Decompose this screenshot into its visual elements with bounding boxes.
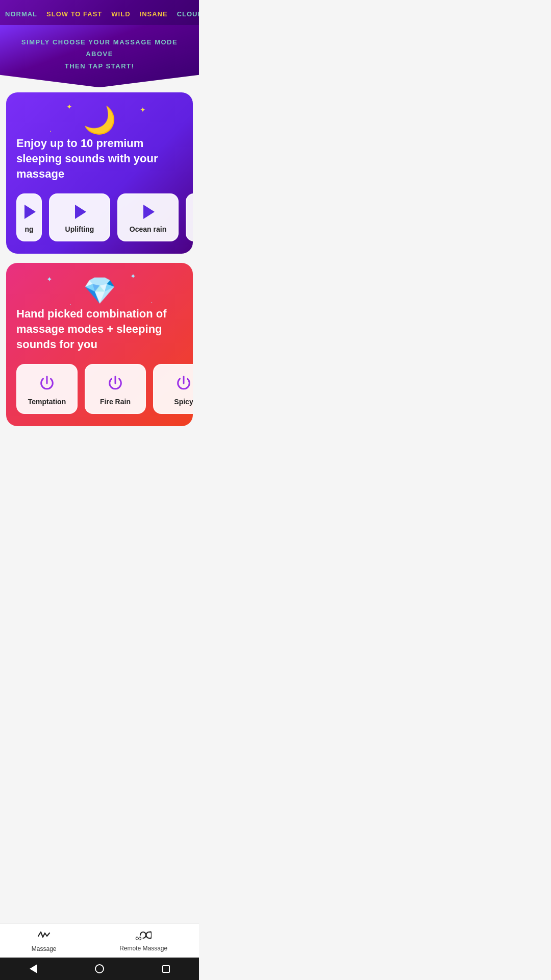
mode-item-temptation[interactable]: Temptation [16, 364, 78, 414]
moon-icon-wrap: 🌙 ✦ ✦ · [16, 105, 183, 136]
sounds-scroll-list: ng Uplifting Ocean rain Bird song [6, 189, 193, 241]
main-content: NORMAL SLOW TO FAST WILD INSANE CLOUD SI… [0, 0, 199, 486]
power-icon-spicy [174, 374, 193, 393]
diamond-sparkle-1: ✦ [130, 272, 136, 280]
sparkle-2: ✦ [140, 106, 146, 114]
modes-scroll-list: Temptation Fire Rain Spi [6, 360, 193, 414]
diamond-icon: 💎 [83, 276, 116, 305]
sleep-sounds-card: 🌙 ✦ ✦ · Enjoy up to 10 premium sleeping … [6, 92, 193, 254]
mode-item-spicy[interactable]: Spicy [153, 364, 193, 414]
sound-label-ocean-rain: Ocean rain [130, 225, 166, 233]
instruction-banner: SIMPLY CHOOSE YOUR MASSAGE MODE ABOVE TH… [0, 25, 199, 87]
play-icon [24, 205, 36, 219]
nav-tab-insane[interactable]: INSANE [140, 10, 168, 20]
nav-tab-slow-to-fast[interactable]: SLOW TO FAST [46, 10, 102, 20]
sound-item-ocean-rain[interactable]: Ocean rain [117, 193, 179, 241]
mode-label-temptation: Temptation [28, 398, 66, 406]
power-icon-temptation [38, 374, 56, 393]
diamond-sparkle-3: · [151, 298, 153, 306]
diamond-sparkle-4: · [69, 300, 71, 308]
play-icon-ocean-rain [143, 205, 155, 219]
nav-tab-list: NORMAL SLOW TO FAST WILD INSANE CLOUD [0, 6, 199, 25]
instruction-line1: SIMPLY CHOOSE YOUR MASSAGE MODE ABOVE [10, 36, 189, 60]
diamond-sparkle-2: ✦ [46, 275, 53, 283]
sound-item-partial[interactable]: ng [16, 193, 42, 241]
mode-item-fire-rain[interactable]: Fire Rain [85, 364, 146, 414]
sound-item-uplifting[interactable]: Uplifting [49, 193, 110, 241]
sound-item-bird-song[interactable]: Bird song [186, 193, 193, 241]
top-navigation: NORMAL SLOW TO FAST WILD INSANE CLOUD [0, 0, 199, 25]
sparkle-3: · [49, 127, 52, 135]
nav-tab-normal[interactable]: NORMAL [5, 10, 37, 20]
sleep-card-header: 🌙 ✦ ✦ · Enjoy up to 10 premium sleeping … [6, 105, 193, 189]
moon-icon: 🌙 [83, 105, 116, 135]
sound-label-partial: ng [24, 225, 33, 233]
nav-tab-wild[interactable]: WILD [111, 10, 130, 20]
diamond-icon-wrap: 💎 ✦ ✦ · · [16, 275, 183, 306]
sleep-card-heading: Enjoy up to 10 premium sleeping sounds w… [16, 136, 180, 181]
premium-card-header: 💎 ✦ ✦ · · Hand picked combination of mas… [6, 275, 193, 360]
premium-card-heading: Hand picked combination of massage modes… [16, 306, 183, 352]
nav-tab-cloud[interactable]: CLOUD [177, 10, 199, 20]
power-icon-fire-rain [106, 374, 124, 393]
instruction-line2: THEN TAP START! [10, 60, 189, 72]
play-icon-uplifting [75, 205, 86, 219]
premium-modes-card: 💎 ✦ ✦ · · Hand picked combination of mas… [6, 263, 193, 426]
sparkle-1: ✦ [66, 103, 72, 111]
sound-label-uplifting: Uplifting [65, 225, 94, 233]
mode-label-spicy: Spicy [174, 398, 193, 406]
mode-label-fire-rain: Fire Rain [100, 398, 131, 406]
